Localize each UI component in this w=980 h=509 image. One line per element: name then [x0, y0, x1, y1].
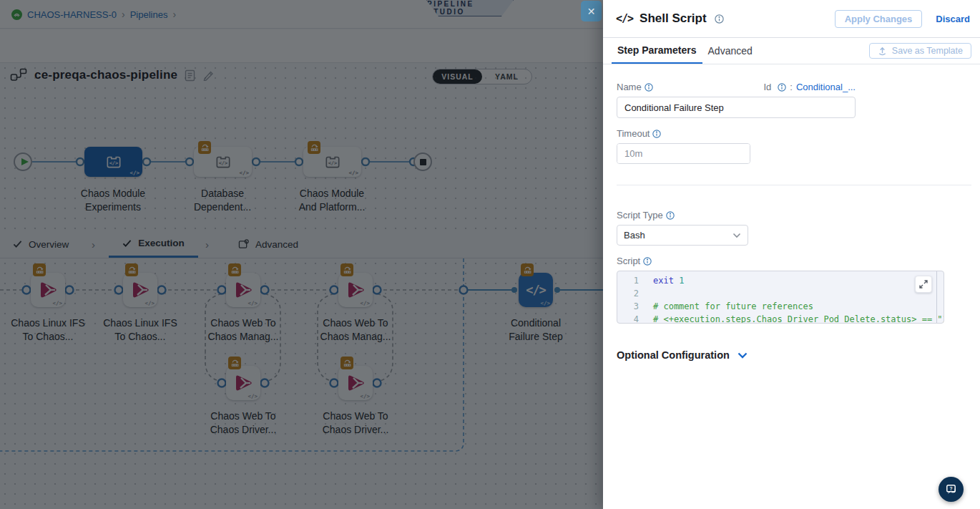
tab-step-advanced[interactable]: Advanced — [702, 38, 758, 64]
chevron-down-icon — [732, 233, 741, 238]
name-label: Name — [617, 82, 653, 92]
info-icon[interactable] — [666, 211, 675, 220]
drawer-tab-bar: Step Parameters Advanced Save as Templat… — [603, 38, 980, 64]
discard-button[interactable]: Discard — [936, 14, 970, 24]
svg-text:?: ? — [949, 486, 952, 491]
step-id-link[interactable]: Conditional_... — [796, 82, 856, 92]
timeout-label: Timeout — [617, 128, 971, 139]
section-divider — [617, 185, 971, 185]
expand-icon — [919, 280, 928, 289]
shell-script-icon: </> — [616, 12, 633, 25]
script-type-label: Script Type — [617, 210, 971, 220]
optional-configuration-toggle[interactable]: Optional Configuration — [617, 349, 971, 361]
drawer-title: Shell Script — [640, 11, 707, 26]
step-id-group: Id : Conditional_... — [763, 82, 856, 92]
script-code-editor[interactable]: 1exit 1 2 3# comment for future referenc… — [617, 271, 944, 324]
timeout-input[interactable] — [617, 144, 750, 163]
chevron-down-icon — [738, 352, 748, 359]
step-config-drawer: </> Shell Script Apply Changes Discard S… — [603, 0, 980, 509]
name-input[interactable] — [617, 97, 856, 118]
step-parameters-form: Name Id : Conditional_... Timeout Script… — [603, 64, 980, 361]
apply-changes-button[interactable]: Apply Changes — [835, 10, 923, 28]
help-chat-button[interactable]: ? — [939, 477, 964, 502]
info-icon[interactable] — [643, 257, 652, 266]
script-type-select[interactable]: Bash — [617, 225, 748, 246]
drawer-dim-overlay[interactable] — [0, 0, 603, 509]
chat-help-icon: ? — [944, 483, 958, 496]
info-icon[interactable] — [778, 83, 786, 92]
pipeline-studio-background: CHAOS-HARNESS-0 › Pipelines › PIPELINE S… — [0, 0, 603, 509]
editor-expand-button[interactable] — [915, 276, 932, 293]
drawer-close-button[interactable]: ✕ — [581, 1, 602, 21]
info-icon[interactable] — [645, 83, 653, 92]
info-icon[interactable] — [715, 14, 724, 24]
tab-step-parameters[interactable]: Step Parameters — [612, 38, 702, 64]
upload-icon — [878, 47, 887, 56]
save-as-template-button[interactable]: Save as Template — [869, 43, 971, 59]
drawer-header: </> Shell Script Apply Changes Discard — [603, 0, 980, 38]
timeout-field — [617, 143, 750, 164]
script-label: Script — [617, 256, 971, 266]
info-icon[interactable] — [652, 130, 661, 138]
